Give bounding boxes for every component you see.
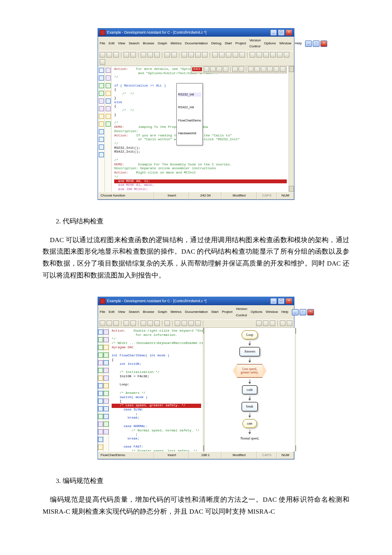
flow-node-decision[interactable]: Less speed, greater safety. <box>233 364 267 378</box>
menu-options[interactable]: Options <box>264 40 276 46</box>
gutter-icon[interactable] <box>104 406 109 411</box>
tool-icon[interactable] <box>107 52 112 58</box>
tool-icon[interactable] <box>141 52 146 58</box>
menu-doc[interactable]: Documentation <box>185 309 208 315</box>
menu-search[interactable]: Search <box>129 309 139 315</box>
menu-metrics[interactable]: Metrics <box>170 40 182 46</box>
tool-icon[interactable] <box>239 52 245 58</box>
tool-icon[interactable] <box>113 321 119 326</box>
tool-icon[interactable] <box>277 52 282 58</box>
popup-item[interactable]: RS232_Init <box>178 92 201 97</box>
tool-icon[interactable] <box>204 66 209 72</box>
doc-close-button[interactable]: × <box>307 309 314 315</box>
tool-icon[interactable] <box>219 52 225 58</box>
menu-view[interactable]: View <box>118 40 125 46</box>
tool-icon[interactable] <box>175 321 180 326</box>
flow-node-code[interactable]: code <box>242 385 257 395</box>
tool-icon[interactable] <box>263 321 268 326</box>
tool-icon[interactable] <box>233 52 238 58</box>
tool-icon[interactable] <box>188 321 194 326</box>
gutter-icon[interactable] <box>106 121 111 127</box>
gutter-icon[interactable] <box>98 414 103 419</box>
gutter-icon[interactable] <box>104 353 109 358</box>
tool-icon[interactable] <box>100 59 105 65</box>
menu-doc[interactable]: Documentation <box>185 40 208 46</box>
maximize-button[interactable]: ▢ <box>278 29 285 36</box>
gutter-icon[interactable] <box>99 152 104 157</box>
gutter-icon[interactable] <box>104 429 109 434</box>
tool-icon[interactable] <box>154 321 160 326</box>
float-title[interactable]: Edit <box>192 67 202 71</box>
tool-icon[interactable] <box>202 52 208 58</box>
gutter-icon[interactable] <box>98 406 103 411</box>
tool-icon[interactable] <box>256 321 262 326</box>
scrollbar-v[interactable] <box>288 66 294 192</box>
floating-toolbar[interactable]: Edit <box>191 66 287 73</box>
minimize-button[interactable]: _ <box>270 29 277 36</box>
tool-icon[interactable] <box>280 321 285 326</box>
gutter-icon[interactable] <box>99 91 104 96</box>
gutter-icon[interactable] <box>98 422 103 427</box>
gutter-icon[interactable] <box>104 376 109 381</box>
tool-icon[interactable] <box>280 66 285 72</box>
menu-start[interactable]: Start <box>211 309 219 315</box>
gutter-icon[interactable] <box>99 145 104 150</box>
tool-icon[interactable] <box>284 52 289 58</box>
gutter-icon[interactable] <box>99 121 104 127</box>
flow-node-break[interactable]: break <box>242 402 258 411</box>
gutter-icon[interactable] <box>104 368 109 373</box>
code-editor[interactable]: Action: Double-right-click the keyword "… <box>109 328 203 451</box>
gutter-icon[interactable] <box>99 114 104 119</box>
gutter-icon[interactable] <box>104 391 109 396</box>
tool-icon[interactable] <box>171 52 177 58</box>
gutter-icon[interactable] <box>98 376 103 381</box>
menubar[interactable]: File Edit View Search Browse Graph Metri… <box>98 37 294 51</box>
doc-min-button[interactable]: _ <box>305 40 312 47</box>
tool-icon[interactable] <box>248 66 254 72</box>
menu-vc[interactable]: Version Control <box>249 38 261 50</box>
menu-browse[interactable]: Browse <box>143 309 154 315</box>
doc-restore-button[interactable]: ▫ <box>300 309 306 315</box>
gutter-icon[interactable] <box>98 368 103 373</box>
gutter-icon[interactable] <box>99 129 104 134</box>
menu-project[interactable]: Project <box>235 40 246 46</box>
tool-icon[interactable] <box>287 321 292 326</box>
tool-icon[interactable] <box>212 52 218 58</box>
tool-icon[interactable] <box>164 52 170 58</box>
autocomplete-popup[interactable]: RS232_Init RS422_Init FlowChartDemo Hard… <box>176 83 203 145</box>
gutter-icon[interactable] <box>98 391 103 396</box>
gutter-icon[interactable] <box>99 75 104 81</box>
gutter-icon[interactable] <box>98 345 103 350</box>
gutter-right[interactable] <box>105 66 112 192</box>
gutter-icon[interactable] <box>99 68 104 73</box>
tool-icon[interactable] <box>270 52 276 58</box>
doc-min-button[interactable]: _ <box>292 309 299 315</box>
tool-icon[interactable] <box>210 66 216 72</box>
tool-icon[interactable] <box>147 321 153 326</box>
gutter-icon[interactable] <box>106 68 111 73</box>
tool-icon[interactable] <box>130 52 136 58</box>
flowchart-panel[interactable]: Loop Answers Less speed, greater safety.… <box>204 328 295 451</box>
tool-icon[interactable] <box>107 321 112 326</box>
menu-project[interactable]: Project <box>222 309 233 315</box>
gutter-right[interactable] <box>104 328 109 451</box>
tool-icon[interactable] <box>257 52 262 58</box>
toolbar[interactable] <box>98 319 294 328</box>
tool-icon[interactable] <box>100 321 105 326</box>
code-editor[interactable]: Action: For more details, see "Options/E… <box>112 66 288 192</box>
gutter-icon[interactable] <box>106 83 111 88</box>
gutter-icon[interactable] <box>104 422 109 427</box>
gutter-icon[interactable] <box>99 137 104 142</box>
tool-icon[interactable] <box>223 66 228 72</box>
tool-icon[interactable] <box>100 52 105 58</box>
minimize-button[interactable]: _ <box>270 298 277 304</box>
gutter-left[interactable] <box>98 66 105 192</box>
doc-restore-button[interactable]: ▫ <box>313 40 320 47</box>
gutter-icon[interactable] <box>106 75 111 81</box>
tool-icon[interactable] <box>164 321 170 326</box>
menu-file[interactable]: File <box>100 40 105 46</box>
close-button[interactable]: × <box>285 298 292 304</box>
menu-edit[interactable]: Edit <box>109 40 115 46</box>
tool-icon[interactable] <box>195 52 201 58</box>
tool-icon[interactable] <box>130 321 136 326</box>
